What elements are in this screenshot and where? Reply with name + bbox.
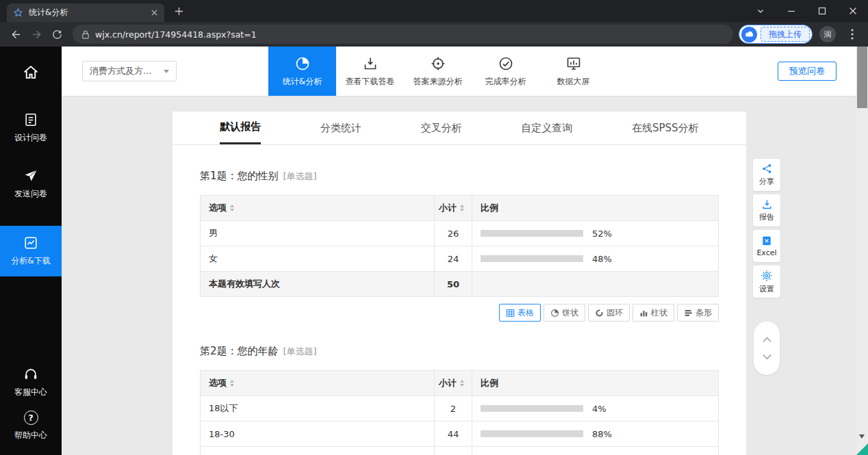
browser-tab[interactable]: 统计&分析	[7, 3, 164, 22]
percent-label: 52%	[592, 229, 612, 239]
bar-chart-icon	[684, 309, 693, 317]
minimize-button[interactable]	[776, 0, 806, 22]
sort-icon[interactable]	[230, 380, 234, 387]
option-cell: 女	[201, 246, 435, 272]
ratio-bar	[481, 230, 583, 237]
floating-tools-panel: 分享 报告 Excel	[753, 159, 780, 298]
option-cell	[201, 447, 435, 455]
ratio-cell: 52%	[472, 221, 719, 246]
float-item-label: 分享	[759, 177, 774, 187]
question-block-1: 第1题：您的性别[单选题] 选项 小计 比例	[173, 170, 746, 322]
back-button[interactable]	[5, 24, 26, 44]
count-cell: 26	[435, 221, 472, 246]
excel-export-button[interactable]: Excel	[753, 230, 780, 262]
survey-dropdown[interactable]: 消费方式及方...	[82, 61, 177, 81]
question-title-text: 第2题：您的年龄	[200, 345, 279, 357]
chevron-up-icon[interactable]	[762, 337, 772, 343]
report-tab-cross[interactable]: 交叉分析	[421, 112, 462, 144]
top-tab-label: 完成率分析	[485, 76, 526, 88]
chart-type-pie-button[interactable]: 饼状	[544, 304, 585, 322]
float-item-label: Excel	[756, 248, 776, 257]
forward-button[interactable]	[26, 24, 47, 44]
new-tab-button[interactable]	[170, 2, 188, 20]
ring-icon	[595, 309, 604, 317]
float-item-label: 设置	[759, 284, 774, 294]
lock-icon	[81, 29, 90, 40]
report-tab-custom-query[interactable]: 自定义查询	[521, 112, 572, 144]
tab-data-screen[interactable]: 数据大屏	[539, 47, 607, 96]
user-avatar[interactable]: 润	[819, 26, 836, 42]
sidebar-item-label: 设计问卷	[14, 132, 47, 144]
count-cell: 2	[435, 396, 472, 421]
question-title: 第2题：您的年龄[单选题]	[200, 345, 719, 358]
stats-table: 选项 小计 比例 18以下 2 4%	[200, 370, 719, 455]
tab-answer-source[interactable]: 答案来源分析	[404, 47, 472, 96]
star-favicon-icon	[13, 8, 23, 18]
close-window-button[interactable]	[837, 0, 868, 22]
col-header-count[interactable]: 小计	[435, 371, 472, 396]
check-circle-icon	[498, 55, 514, 72]
report-tab-spss[interactable]: 在线SPSS分析	[632, 112, 699, 144]
sidebar-item-send[interactable]: 发送问卷	[0, 168, 62, 200]
sort-icon[interactable]	[230, 205, 234, 211]
drag-upload-button[interactable]: 拖拽上传	[761, 27, 810, 42]
refresh-button[interactable]	[47, 24, 67, 44]
design-doc-icon	[23, 112, 38, 127]
sort-icon[interactable]	[460, 380, 464, 387]
chart-btn-label: 饼状	[562, 307, 578, 319]
address-bar[interactable]: wjx.cn/report/174954418.aspx?sat=1	[73, 25, 733, 44]
tab-view-download-answers[interactable]: 查看下载答卷	[336, 47, 404, 96]
browser-menu-icon[interactable]	[842, 24, 863, 44]
ratio-bar	[481, 430, 583, 437]
top-toolbar: 消费方式及方... 统计&分析 查看下载答卷	[62, 47, 856, 96]
count-cell	[435, 447, 472, 455]
settings-button[interactable]: 设置	[753, 265, 780, 298]
stats-table: 选项 小计 比例 男 26 52%	[200, 195, 719, 297]
chart-btn-label: 柱状	[651, 307, 667, 319]
chart-btn-label: 圆环	[607, 307, 623, 319]
report-download-button[interactable]: 报告	[753, 194, 780, 226]
chart-type-table-button[interactable]: 表格	[499, 304, 541, 322]
ratio-bar	[481, 255, 583, 262]
valid-responses-label: 本题有效填写人次	[201, 272, 435, 297]
scrollbar[interactable]	[856, 47, 868, 455]
target-icon	[430, 55, 446, 72]
table-row: 18-30 44 88%	[201, 421, 719, 447]
question-type-tag: [单选题]	[283, 171, 317, 181]
sort-icon[interactable]	[460, 205, 464, 211]
col-header-ratio: 比例	[472, 371, 719, 396]
scrollbar-thumb[interactable]	[857, 47, 867, 108]
scrollbar-down-arrow-icon[interactable]	[859, 434, 865, 439]
preview-survey-button[interactable]: 预览问卷	[778, 62, 837, 81]
sidebar-item-home[interactable]	[0, 57, 62, 86]
col-header-count[interactable]: 小计	[435, 196, 472, 221]
analytics-chart-icon	[23, 235, 38, 250]
table-grid-icon	[506, 309, 515, 317]
excel-icon	[761, 235, 772, 246]
col-header-option[interactable]: 选项	[201, 371, 435, 396]
share-button[interactable]: 分享	[753, 159, 780, 191]
report-tab-default[interactable]: 默认报告	[220, 112, 261, 144]
sidebar-item-support[interactable]: 客服中心	[0, 367, 62, 398]
window-menu-chevron-icon[interactable]	[745, 0, 776, 22]
maximize-button[interactable]	[806, 0, 837, 22]
netdisk-cloud-icon[interactable]	[741, 27, 757, 42]
col-header-option[interactable]: 选项	[201, 196, 435, 221]
headset-icon	[23, 367, 38, 382]
chevron-down-icon[interactable]	[762, 354, 772, 360]
top-tab-label: 数据大屏	[557, 76, 590, 88]
share-icon	[761, 163, 773, 174]
sidebar-item-design[interactable]: 设计问卷	[0, 112, 62, 144]
chart-type-column-button[interactable]: 柱状	[633, 304, 674, 322]
chart-btn-label: 条形	[695, 307, 712, 319]
chart-type-ring-button[interactable]: 圆环	[588, 304, 630, 322]
report-tab-classified[interactable]: 分类统计	[320, 112, 361, 144]
tab-stats-analysis[interactable]: 统计&分析	[268, 47, 336, 96]
download-box-icon	[362, 55, 379, 72]
sidebar-item-analysis[interactable]: 分析&下载	[0, 226, 62, 276]
valid-responses-count: 50	[435, 272, 472, 297]
tab-completion-rate[interactable]: 完成率分析	[472, 47, 539, 96]
sidebar-item-help[interactable]: ? 帮助中心	[0, 411, 62, 441]
tab-close-icon[interactable]	[151, 9, 158, 16]
chart-type-bar-button[interactable]: 条形	[677, 304, 719, 322]
